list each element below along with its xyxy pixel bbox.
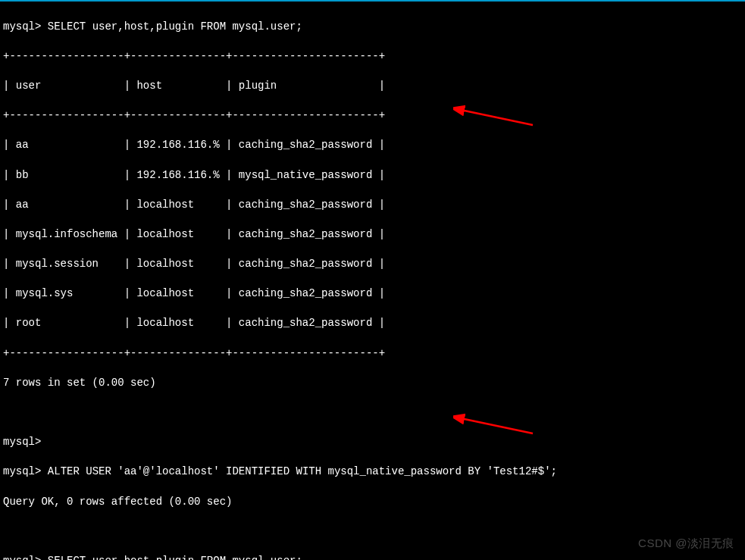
table-border: +------------------+---------------+----… xyxy=(3,108,742,124)
result-footer: 7 rows in set (0.00 sec) xyxy=(3,376,742,391)
query-text: ALTER USER 'aa'@'localhost' IDENTIFIED W… xyxy=(41,465,557,477)
table-header: | user | host | plugin | xyxy=(3,79,742,94)
query-line-3: mysql> SELECT user,host,plugin FROM mysq… xyxy=(3,554,742,560)
watermark-text: CSDN @淡泪无痕 xyxy=(638,537,734,551)
query-line-2: mysql> ALTER USER 'aa'@'localhost' IDENT… xyxy=(3,465,742,480)
query-text: SELECT user,host,plugin FROM mysql.user; xyxy=(41,20,302,33)
mysql-prompt: mysql> xyxy=(3,20,41,33)
table-row: | aa | localhost | caching_sha2_password… xyxy=(3,198,742,213)
table-border: +------------------+---------------+----… xyxy=(3,346,742,361)
mysql-prompt: mysql> xyxy=(3,465,41,477)
table-row: | mysql.sys | localhost | caching_sha2_p… xyxy=(3,286,742,302)
table-row: | bb | 192.168.116.% | mysql_native_pass… xyxy=(3,168,742,183)
blank-line xyxy=(3,405,742,421)
terminal-output[interactable]: mysql> SELECT user,host,plugin FROM mysq… xyxy=(3,5,742,560)
table-row: | mysql.session | localhost | caching_sh… xyxy=(3,257,742,272)
table-border: +------------------+---------------+----… xyxy=(3,49,742,64)
mysql-prompt: mysql> xyxy=(3,555,41,560)
mysql-prompt: mysql> xyxy=(3,436,41,448)
query-line-1: mysql> SELECT user,host,plugin FROM mysq… xyxy=(3,20,742,35)
table-row: | root | localhost | caching_sha2_passwo… xyxy=(3,316,742,331)
empty-prompt: mysql> xyxy=(3,435,742,450)
table-row: | aa | 192.168.116.% | caching_sha2_pass… xyxy=(3,138,742,153)
table-row: | mysql.infoschema | localhost | caching… xyxy=(3,227,742,242)
blank-line xyxy=(3,524,742,540)
query-text: SELECT user,host,plugin FROM mysql.user; xyxy=(41,555,302,560)
query-result: Query OK, 0 rows affected (0.00 sec) xyxy=(3,495,742,510)
